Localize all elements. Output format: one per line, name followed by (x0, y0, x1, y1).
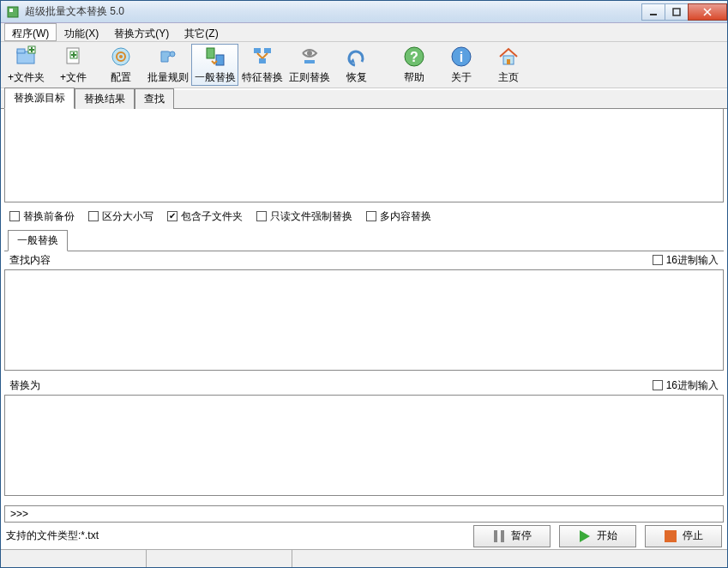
subtab-normal[interactable]: 一般替换 (8, 230, 68, 251)
svg-rect-21 (254, 48, 261, 53)
window-title: 超级批量文本替换 5.0 (25, 4, 642, 19)
svg-rect-20 (216, 55, 224, 65)
checkbox-icon (88, 211, 99, 221)
menu-function[interactable]: 功能(X) (57, 23, 106, 41)
svg-rect-33 (507, 59, 510, 64)
pause-button[interactable]: 暂停 (473, 525, 551, 547)
toolbar-help[interactable]: ? 帮助 (390, 44, 437, 86)
toolbar-help-label: 帮助 (404, 70, 424, 85)
upper-tabs: 替换源目标 替换结果 查找 (1, 90, 727, 109)
app-window: 超级批量文本替换 5.0 程序(W) 功能(X) 替换方式(Y) 其它(Z) +… (0, 0, 728, 568)
info-icon: i (449, 45, 473, 69)
folder-add-icon (15, 45, 39, 69)
svg-text:i: i (459, 50, 462, 64)
search-hex-option[interactable]: 16进制输入 (653, 253, 719, 268)
toolbar-add-file-label: +文件 (60, 70, 87, 85)
checkbox-icon (653, 255, 663, 265)
stop-icon (664, 529, 677, 543)
toolbar-regex-replace-label: 正则替换 (289, 70, 330, 85)
toolbar-restore[interactable]: 恢复 (333, 44, 380, 86)
tab-source[interactable]: 替换源目标 (4, 88, 75, 109)
checkbox-icon (9, 211, 20, 221)
svg-point-17 (119, 55, 123, 58)
minimize-button[interactable] (641, 3, 665, 21)
statusbar (1, 549, 727, 567)
opt-readonly-force[interactable]: 只读文件强制替换 (256, 209, 352, 224)
menu-program[interactable]: 程序(W) (4, 23, 57, 41)
tab-result[interactable]: 替换结果 (75, 88, 135, 109)
close-button[interactable] (688, 3, 727, 21)
svg-rect-23 (259, 58, 266, 63)
toolbar-home-label: 主页 (498, 70, 519, 85)
svg-point-18 (170, 51, 175, 57)
replace-hex-option[interactable]: 16进制输入 (653, 378, 719, 393)
toolbar-regex-replace[interactable]: 正则替换 (286, 44, 333, 86)
toolbar: +文件夹 +文件 配置 批量规则 一般替换 特征替换 正则替换 恢复 (1, 42, 727, 88)
checkbox-icon (653, 380, 663, 390)
normal-replace-icon (203, 45, 227, 69)
svg-rect-7 (17, 49, 25, 53)
toolbar-about-label: 关于 (451, 70, 472, 85)
menubar: 程序(W) 功能(X) 替换方式(Y) 其它(Z) (1, 23, 727, 42)
checkbox-icon (256, 211, 267, 221)
checkbox-icon (366, 211, 376, 221)
opt-case-sensitive[interactable]: 区分大小写 (88, 209, 153, 224)
toolbar-config[interactable]: 配置 (97, 44, 144, 86)
toolbar-home[interactable]: 主页 (484, 44, 532, 86)
svg-line-25 (262, 53, 268, 58)
gear-icon (109, 45, 133, 69)
stop-button[interactable]: 停止 (645, 525, 722, 547)
svg-text:?: ? (410, 50, 418, 64)
replace-label: 替换为 (9, 378, 40, 393)
svg-rect-35 (501, 530, 504, 542)
toolbar-batch-rule-label: 批量规则 (147, 70, 189, 85)
menu-replace-mode[interactable]: 替换方式(Y) (106, 23, 177, 41)
toolbar-config-label: 配置 (111, 70, 131, 85)
options-row: 替换前备份 区分大小写 包含子文件夹 只读文件强制替换 多内容替换 (1, 204, 727, 229)
toolbar-normal-replace[interactable]: 一般替换 (191, 44, 238, 86)
toolbar-add-folder-label: +文件夹 (8, 70, 45, 85)
titlebar: 超级批量文本替换 5.0 (1, 1, 727, 23)
svg-rect-36 (665, 530, 677, 542)
file-add-icon (62, 45, 86, 69)
svg-rect-22 (264, 48, 271, 53)
start-button[interactable]: 开始 (559, 525, 636, 547)
opt-include-subfolders[interactable]: 包含子文件夹 (167, 209, 243, 224)
opt-multi-content[interactable]: 多内容替换 (366, 209, 431, 224)
command-row[interactable]: >>> (4, 505, 724, 523)
maximize-button[interactable] (665, 3, 689, 21)
toolbar-add-file[interactable]: +文件 (50, 44, 97, 86)
replace-input[interactable] (4, 395, 724, 496)
puzzle-icon (156, 45, 180, 69)
help-icon: ? (402, 45, 426, 69)
svg-line-24 (257, 53, 262, 58)
toolbar-about[interactable]: i 关于 (437, 44, 484, 86)
window-buttons (642, 3, 727, 21)
toolbar-feature-replace[interactable]: 特征替换 (238, 44, 286, 86)
toolbar-add-folder[interactable]: +文件夹 (3, 44, 50, 86)
search-section: 查找内容 16进制输入 (4, 251, 724, 373)
regex-replace-icon (298, 45, 322, 69)
home-icon (496, 45, 520, 69)
search-input[interactable] (4, 269, 724, 371)
menu-other[interactable]: 其它(Z) (177, 23, 226, 41)
toolbar-feature-replace-label: 特征替换 (242, 70, 283, 85)
svg-rect-34 (494, 530, 497, 542)
action-row: 支持的文件类型:*.txt 暂停 开始 停止 (1, 523, 727, 550)
pause-icon (492, 529, 506, 543)
play-icon (578, 529, 592, 543)
svg-rect-3 (673, 9, 680, 15)
source-list-area[interactable] (4, 109, 724, 202)
toolbar-batch-rule[interactable]: 批量规则 (144, 44, 191, 86)
svg-rect-27 (304, 60, 315, 63)
tab-search[interactable]: 查找 (135, 88, 174, 109)
checkbox-checked-icon (167, 211, 177, 221)
toolbar-normal-replace-label: 一般替换 (195, 70, 236, 85)
status-cell-1 (1, 550, 147, 567)
search-label: 查找内容 (9, 253, 51, 268)
undo-icon (345, 45, 369, 69)
status-cell-2 (147, 550, 292, 567)
opt-backup[interactable]: 替换前备份 (9, 209, 75, 224)
svg-rect-1 (9, 9, 13, 12)
sub-tabs: 一般替换 (4, 233, 724, 251)
